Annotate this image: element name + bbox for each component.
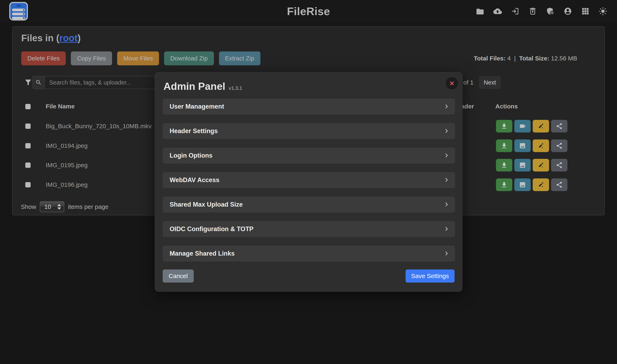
row-actions <box>496 178 567 191</box>
row-actions <box>496 139 567 152</box>
download-icon <box>501 142 508 149</box>
totals-separator: | <box>514 55 516 62</box>
items-per-page-label: items per page <box>68 203 108 210</box>
share-button[interactable] <box>551 120 567 132</box>
root-folder-link[interactable]: root <box>59 33 77 43</box>
file-name[interactable]: IMG_0195.jpeg <box>46 162 88 169</box>
close-icon[interactable]: ✕ <box>446 77 458 90</box>
light-mode-icon[interactable] <box>599 7 607 15</box>
items-per-page-select[interactable]: 10 <box>40 201 64 212</box>
copy-files-button[interactable]: Copy Files <box>71 52 112 65</box>
download-button[interactable] <box>496 120 512 132</box>
chevron-right-icon: › <box>445 248 448 257</box>
chevron-right-icon: › <box>445 199 448 208</box>
chevron-right-icon: › <box>445 126 448 135</box>
download-button[interactable] <box>496 159 512 171</box>
total-size-label: Total Size: <box>519 55 549 62</box>
next-page-button[interactable]: Next <box>479 76 501 89</box>
chevron-right-icon: › <box>445 150 448 159</box>
image-preview-button[interactable] <box>514 178 531 191</box>
file-name[interactable]: Big_Buck_Bunny_720_10s_10MB.mkv <box>46 123 152 130</box>
totals-summary: Total Files: 4 | Total Size: 12.56 MB <box>474 55 577 62</box>
pagination-of-text: of 1 <box>463 76 474 89</box>
edit-pen-icon <box>537 123 544 130</box>
select-spinner-icon <box>57 204 61 210</box>
row-actions <box>496 120 567 132</box>
share-button[interactable] <box>551 139 567 152</box>
row-checkbox[interactable] <box>25 143 31 148</box>
filter-icon[interactable] <box>24 78 32 86</box>
download-button[interactable] <box>496 178 512 191</box>
cloud-upload-icon[interactable] <box>493 7 502 15</box>
total-files-value: 4 <box>507 55 511 62</box>
delete-files-button[interactable]: Delete Files <box>21 52 66 65</box>
section-manage-shared-links[interactable]: Manage Shared Links › <box>163 246 455 261</box>
section-label: Shared Max Upload Size <box>170 201 445 208</box>
row-checkbox[interactable] <box>25 163 31 168</box>
rename-button[interactable] <box>533 159 549 171</box>
file-name[interactable]: IMG_0194.jpeg <box>46 142 88 149</box>
download-zip-button[interactable]: Download Zip <box>164 52 214 65</box>
extract-zip-button[interactable]: Extract Zip <box>219 52 260 65</box>
row-checkbox[interactable] <box>25 124 31 129</box>
admin-panel-modal: Admin Panel v1.3.1 ✕ User Management › H… <box>155 72 463 292</box>
chevron-right-icon: › <box>445 101 448 110</box>
section-header-settings[interactable]: Header Settings › <box>163 123 455 139</box>
download-icon <box>501 181 508 188</box>
items-per-page-value: 10 <box>44 203 57 210</box>
edit-pen-icon <box>537 162 544 169</box>
rename-button[interactable] <box>533 120 549 132</box>
section-shared-max-upload-size[interactable]: Shared Max Upload Size › <box>163 197 455 212</box>
move-files-button[interactable]: Move Files <box>117 52 159 65</box>
apps-grid-icon[interactable] <box>581 7 590 15</box>
admin-shield-icon[interactable] <box>546 7 554 15</box>
chevron-right-icon: › <box>445 175 448 184</box>
total-size-value: 12.56 MB <box>551 55 577 62</box>
modal-version: v1.3.1 <box>229 85 242 91</box>
section-label: Header Settings <box>170 127 445 135</box>
admin-sections: User Management › Header Settings › Logi… <box>163 99 455 261</box>
select-all-checkbox[interactable] <box>25 104 31 109</box>
share-button[interactable] <box>551 159 567 171</box>
cancel-button[interactable]: Cancel <box>163 270 194 283</box>
breadcrumb-suffix: ) <box>77 33 81 43</box>
section-label: Login Options <box>170 152 445 159</box>
folder-icon[interactable] <box>476 7 484 15</box>
edit-pen-icon <box>537 142 544 149</box>
image-preview-button[interactable] <box>514 139 531 152</box>
download-icon <box>501 162 508 169</box>
image-icon <box>519 142 526 149</box>
search-icon <box>35 79 42 86</box>
modal-title: Admin Panel <box>164 80 225 92</box>
sign-in-icon[interactable] <box>511 7 519 15</box>
section-user-management[interactable]: User Management › <box>163 99 455 115</box>
section-label: WebDAV Access <box>170 176 445 184</box>
share-button[interactable] <box>551 178 567 191</box>
trash-restore-icon[interactable] <box>528 7 537 15</box>
share-icon <box>556 123 563 130</box>
video-preview-button[interactable] <box>514 120 531 132</box>
download-icon <box>501 123 508 130</box>
section-login-options[interactable]: Login Options › <box>163 148 455 164</box>
rename-button[interactable] <box>533 139 549 152</box>
section-oidc-totp[interactable]: OIDC Configuration & TOTP › <box>163 221 455 237</box>
image-icon <box>519 181 526 188</box>
section-webdav-access[interactable]: WebDAV Access › <box>163 172 455 188</box>
section-label: User Management <box>170 103 445 110</box>
file-name[interactable]: IMG_0196.jpeg <box>46 181 88 188</box>
user-account-icon[interactable] <box>564 7 572 15</box>
row-checkbox[interactable] <box>25 182 31 187</box>
top-header-bar: FileRise <box>0 0 617 23</box>
column-header-file-name[interactable]: File Name <box>46 103 75 110</box>
download-button[interactable] <box>496 139 512 152</box>
modal-titlebar: Admin Panel v1.3.1 <box>164 80 242 92</box>
column-header-actions: Actions <box>495 103 518 110</box>
chevron-right-icon: › <box>445 224 448 233</box>
search-icon-segment[interactable] <box>33 76 45 89</box>
breadcrumb-prefix: Files in ( <box>21 33 59 43</box>
video-icon <box>519 123 526 130</box>
save-settings-button[interactable]: Save Settings <box>406 270 455 283</box>
rename-button[interactable] <box>533 178 549 191</box>
image-preview-button[interactable] <box>514 159 531 171</box>
share-icon <box>556 162 563 169</box>
